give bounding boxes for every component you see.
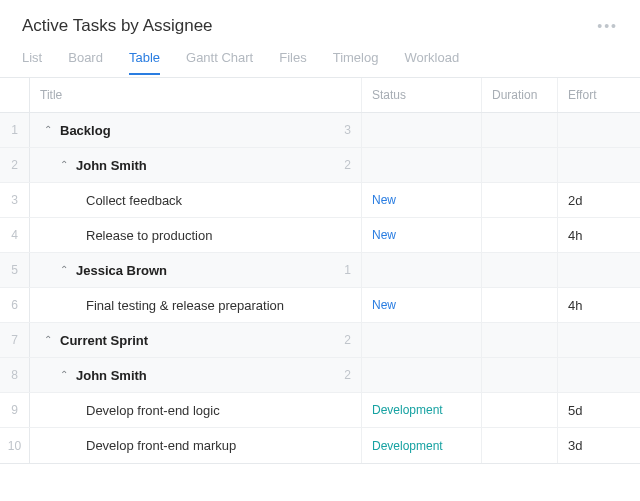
row-number: 4 (0, 218, 30, 252)
effort-value: 3d (568, 438, 582, 453)
cell-duration (482, 288, 558, 322)
cell-status (362, 323, 482, 357)
col-duration: Duration (482, 78, 558, 112)
tab-board[interactable]: Board (68, 46, 103, 75)
task-title: Develop front-end logic (86, 403, 220, 418)
cell-status (362, 358, 482, 392)
cell-effort: 4h (558, 218, 640, 252)
cell-duration (482, 113, 558, 147)
count-badge: 2 (344, 158, 351, 172)
row-number: 10 (0, 428, 30, 463)
col-title: Title (30, 78, 362, 112)
col-effort: Effort (558, 78, 640, 112)
cell-duration (482, 358, 558, 392)
row-number: 8 (0, 358, 30, 392)
group-title: Current Sprint (60, 333, 148, 348)
chevron-up-icon[interactable]: ⌃ (60, 264, 68, 275)
cell-status: New (362, 288, 482, 322)
status-badge: New (372, 298, 396, 312)
cell-effort: 3d (558, 428, 640, 463)
cell-effort: 5d (558, 393, 640, 427)
cell-effort (558, 113, 640, 147)
cell-status: New (362, 183, 482, 217)
cell-title: ⌃John Smith2 (30, 358, 362, 392)
group-title: Backlog (60, 123, 111, 138)
cell-title: Develop front-end logic (30, 393, 362, 427)
cell-status: Development (362, 393, 482, 427)
status-badge: New (372, 193, 396, 207)
cell-status (362, 113, 482, 147)
table-row[interactable]: 6Final testing & release preparationNew4… (0, 288, 640, 323)
count-badge: 2 (344, 368, 351, 382)
cell-status (362, 253, 482, 287)
row-number: 2 (0, 148, 30, 182)
cell-duration (482, 148, 558, 182)
effort-value: 4h (568, 298, 582, 313)
status-badge: New (372, 228, 396, 242)
table-row[interactable]: 10Develop front-end markupDevelopment3d (0, 428, 640, 463)
tab-files[interactable]: Files (279, 46, 306, 75)
table-row[interactable]: 5⌃Jessica Brown1 (0, 253, 640, 288)
status-badge: Development (372, 439, 443, 453)
group-title: Jessica Brown (76, 263, 167, 278)
cell-title: Develop front-end markup (30, 428, 362, 463)
cell-title: ⌃John Smith2 (30, 148, 362, 182)
task-title: Collect feedback (86, 193, 182, 208)
cell-title: Final testing & release preparation (30, 288, 362, 322)
effort-value: 2d (568, 193, 582, 208)
table-row[interactable]: 3Collect feedbackNew2d (0, 183, 640, 218)
tab-timelog[interactable]: Timelog (333, 46, 379, 75)
cell-title: Collect feedback (30, 183, 362, 217)
chevron-up-icon[interactable]: ⌃ (44, 334, 52, 345)
cell-status: Development (362, 428, 482, 463)
task-title: Release to production (86, 228, 212, 243)
col-status: Status (362, 78, 482, 112)
chevron-up-icon[interactable]: ⌃ (60, 159, 68, 170)
status-badge: Development (372, 403, 443, 417)
table-row[interactable]: 4Release to productionNew4h (0, 218, 640, 253)
cell-duration (482, 428, 558, 463)
table-row[interactable]: 7⌃Current Sprint2 (0, 323, 640, 358)
cell-title: ⌃Current Sprint2 (30, 323, 362, 357)
page-title: Active Tasks by Assignee (22, 16, 213, 36)
task-title: Develop front-end markup (86, 438, 236, 453)
count-badge: 2 (344, 333, 351, 347)
cell-title: Release to production (30, 218, 362, 252)
table-row[interactable]: 8⌃John Smith2 (0, 358, 640, 393)
table-row[interactable]: 1⌃Backlog3 (0, 113, 640, 148)
col-rownum (0, 78, 30, 112)
group-title: John Smith (76, 158, 147, 173)
count-badge: 1 (344, 263, 351, 277)
table-row[interactable]: 2⌃John Smith2 (0, 148, 640, 183)
row-number: 1 (0, 113, 30, 147)
tab-workload[interactable]: Workload (404, 46, 459, 75)
table-header-row: Title Status Duration Effort (0, 78, 640, 113)
group-title: John Smith (76, 368, 147, 383)
row-number: 7 (0, 323, 30, 357)
cell-duration (482, 253, 558, 287)
chevron-up-icon[interactable]: ⌃ (60, 369, 68, 380)
cell-effort (558, 358, 640, 392)
tab-gantt-chart[interactable]: Gantt Chart (186, 46, 253, 75)
row-number: 5 (0, 253, 30, 287)
effort-value: 4h (568, 228, 582, 243)
count-badge: 3 (344, 123, 351, 137)
cell-duration (482, 218, 558, 252)
cell-duration (482, 183, 558, 217)
cell-effort: 4h (558, 288, 640, 322)
view-tabs: ListBoardTableGantt ChartFilesTimelogWor… (22, 46, 618, 75)
row-number: 3 (0, 183, 30, 217)
tab-list[interactable]: List (22, 46, 42, 75)
tab-table[interactable]: Table (129, 46, 160, 75)
effort-value: 5d (568, 403, 582, 418)
cell-effort (558, 253, 640, 287)
cell-title: ⌃Jessica Brown1 (30, 253, 362, 287)
cell-duration (482, 323, 558, 357)
task-table: Title Status Duration Effort 1⌃Backlog32… (0, 77, 640, 464)
more-icon[interactable]: ••• (597, 18, 618, 34)
row-number: 6 (0, 288, 30, 322)
row-number: 9 (0, 393, 30, 427)
cell-effort (558, 323, 640, 357)
chevron-up-icon[interactable]: ⌃ (44, 124, 52, 135)
table-row[interactable]: 9Develop front-end logicDevelopment5d (0, 393, 640, 428)
